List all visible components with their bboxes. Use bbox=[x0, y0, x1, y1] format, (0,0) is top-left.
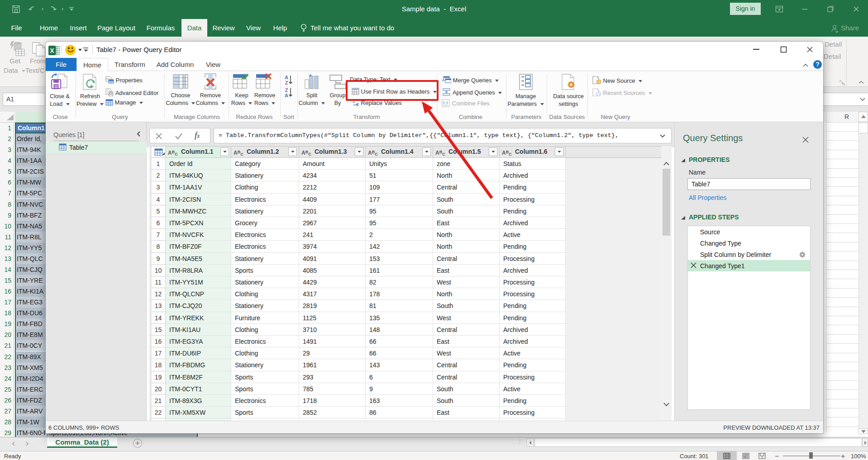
svg-text:Z: Z bbox=[285, 80, 288, 85]
svg-text:X: X bbox=[50, 47, 54, 54]
svg-text:2: 2 bbox=[357, 102, 359, 106]
svg-text:A: A bbox=[285, 93, 288, 98]
svg-text:A: A bbox=[285, 75, 288, 80]
svg-text:Z: Z bbox=[285, 87, 288, 93]
